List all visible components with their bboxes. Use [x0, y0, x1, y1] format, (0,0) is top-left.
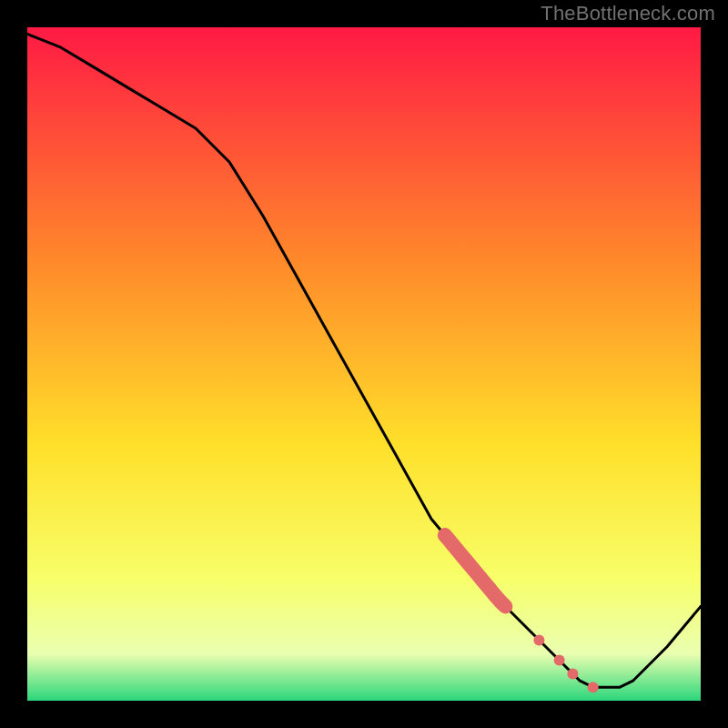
plot-area — [27, 27, 701, 701]
plot-svg — [27, 27, 701, 701]
highlight-dot — [567, 668, 578, 679]
highlight-dot — [588, 682, 599, 693]
highlight-dot — [533, 634, 544, 645]
watermark-text: TheBottleneck.com — [541, 2, 715, 25]
highlight-dot — [554, 655, 565, 666]
chart-stage: TheBottleneck.com — [0, 0, 728, 728]
gradient-background — [27, 27, 701, 701]
